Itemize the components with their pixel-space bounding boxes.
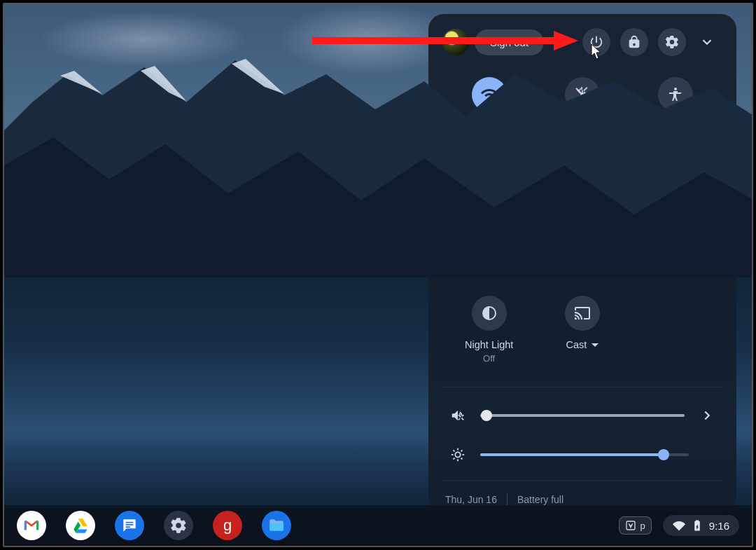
svg-line-14 bbox=[453, 458, 454, 460]
cast-icon bbox=[574, 305, 591, 322]
app-files[interactable] bbox=[262, 511, 291, 540]
shelf: g p 9:16 bbox=[4, 505, 752, 546]
audio-settings-button[interactable] bbox=[694, 403, 720, 428]
ime-badge[interactable]: p bbox=[619, 516, 652, 535]
divider bbox=[507, 493, 507, 506]
night-light-tile[interactable]: Night Light Off bbox=[442, 296, 536, 385]
night-light-label: Night Light bbox=[465, 339, 513, 350]
night-light-icon bbox=[481, 305, 498, 322]
volume-mute-icon[interactable] bbox=[445, 403, 470, 428]
chevron-right-icon bbox=[699, 408, 715, 423]
status-tray[interactable]: 9:16 bbox=[663, 515, 739, 536]
svg-line-13 bbox=[461, 458, 463, 460]
cast-tile[interactable]: Cast bbox=[536, 296, 629, 385]
volume-slider-row bbox=[442, 396, 722, 435]
app-messages[interactable] bbox=[115, 511, 144, 540]
ime-badge-text: p bbox=[640, 521, 645, 531]
app-settings[interactable] bbox=[164, 511, 193, 540]
wifi-status-icon bbox=[673, 519, 685, 532]
cast-label: Cast bbox=[566, 339, 587, 350]
svg-point-7 bbox=[455, 452, 460, 457]
app-gmail[interactable] bbox=[17, 511, 46, 540]
svg-line-15 bbox=[461, 450, 463, 451]
status-date: Thu, Jun 16 bbox=[445, 494, 497, 505]
status-battery: Battery full bbox=[517, 494, 564, 505]
brightness-icon bbox=[445, 442, 470, 467]
app-drive[interactable] bbox=[66, 511, 95, 540]
night-light-sub: Off bbox=[483, 353, 495, 364]
status-time: 9:16 bbox=[709, 520, 729, 532]
battery-status-icon bbox=[691, 519, 704, 532]
caret-icon bbox=[592, 343, 598, 347]
volume-slider[interactable] bbox=[480, 414, 685, 417]
svg-line-12 bbox=[453, 450, 454, 451]
brightness-slider-row bbox=[442, 435, 722, 474]
brightness-slider[interactable] bbox=[480, 453, 689, 456]
app-g-red[interactable]: g bbox=[213, 511, 242, 540]
